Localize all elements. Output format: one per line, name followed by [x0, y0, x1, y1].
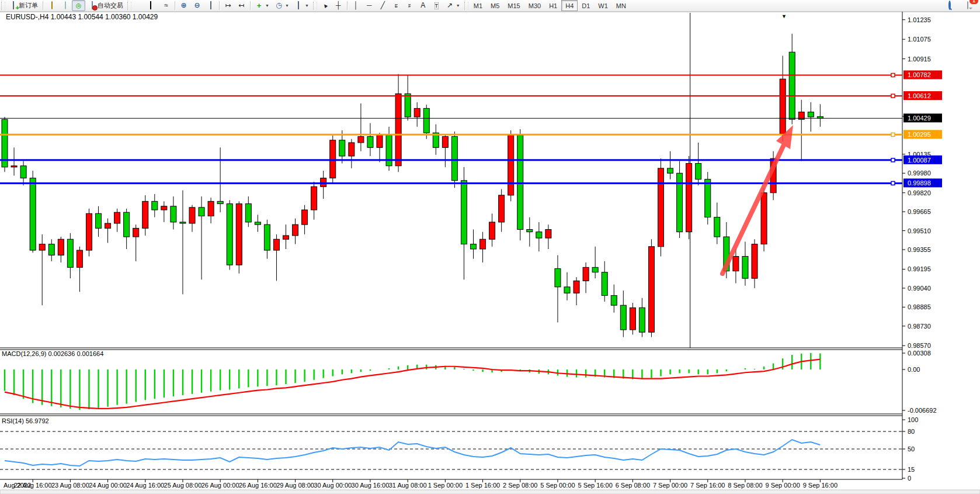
svg-text:0.00308: 0.00308 — [908, 350, 931, 357]
svg-text:0: 0 — [908, 475, 911, 482]
time-label: 23 Aug 08:00 — [51, 482, 89, 489]
svg-text:1.00915: 1.00915 — [908, 56, 931, 63]
candle — [86, 209, 92, 257]
candle — [227, 200, 232, 270]
time-label: 6 Sep 08:00 — [616, 482, 650, 489]
time-label: 31 Aug 08:00 — [389, 482, 427, 489]
svg-text:0.99665: 0.99665 — [908, 208, 931, 215]
candle — [658, 158, 664, 256]
chart-canvas[interactable]: ▼1.012351.010751.009151.004451.001350.99… — [0, 0, 980, 494]
time-label: 5 Sep 00:00 — [540, 482, 575, 489]
time-label: 24 Aug 00:00 — [89, 482, 127, 489]
svg-text:0.99355: 0.99355 — [908, 246, 931, 253]
candle — [508, 130, 514, 201]
svg-text:0.98570: 0.98570 — [908, 342, 931, 349]
time-label: 7 Sep 16:00 — [690, 482, 725, 489]
time-label: 2 Sep 08:00 — [503, 482, 537, 489]
time-label: 9 Sep 16:00 — [803, 482, 837, 489]
line-handle[interactable] — [891, 133, 895, 136]
time-label: 30 Aug 00:00 — [314, 482, 352, 489]
line-handle[interactable] — [891, 181, 895, 185]
svg-text:15: 15 — [908, 466, 915, 473]
svg-text:0.98730: 0.98730 — [908, 323, 931, 330]
price-badge-1.00429: 1.00429 — [903, 113, 942, 122]
rsi-label: RSI(14) 56.9792 — [2, 417, 49, 424]
price-badge-1.00782: 1.00782 — [903, 70, 942, 79]
candle — [686, 156, 692, 239]
time-label: 5 Sep 16:00 — [578, 482, 612, 489]
time-label: 22 Aug 16:00 — [14, 482, 52, 489]
svg-text:1.00612: 1.00612 — [908, 92, 931, 99]
price-badge-1.00612: 1.00612 — [903, 91, 942, 100]
line-handle[interactable] — [891, 94, 895, 98]
svg-text:50: 50 — [908, 445, 915, 452]
price-badge-0.99898: 0.99898 — [903, 178, 942, 187]
time-label: 29 Aug 08:00 — [276, 482, 314, 489]
svg-text:0.99820: 0.99820 — [908, 189, 931, 196]
mt4-window: { "toolbar": { "new_order_label": "新订单",… — [0, 0, 980, 494]
candle — [705, 172, 711, 224]
candle — [648, 239, 654, 337]
svg-text:0.99040: 0.99040 — [908, 285, 931, 292]
svg-text:0.99980: 0.99980 — [908, 170, 931, 177]
time-label: 7 Sep 00:00 — [653, 482, 687, 489]
chart-shift-marker[interactable]: ▼ — [781, 13, 787, 19]
price-badge-1.00295: 1.00295 — [903, 130, 942, 139]
candle — [761, 188, 767, 251]
line-handle[interactable] — [891, 73, 895, 77]
time-label: 26 Aug 00:00 — [201, 482, 239, 489]
candle — [630, 303, 635, 334]
time-label: 24 Aug 16:00 — [126, 482, 164, 489]
time-label: 9 Sep 00:00 — [765, 482, 800, 489]
time-label: 8 Sep 08:00 — [728, 482, 762, 489]
svg-text:1.00429: 1.00429 — [908, 115, 931, 122]
macd-label: MACD(12,26,9) 0.002636 0.001664 — [2, 350, 103, 357]
time-label: 1 Sep 00:00 — [428, 482, 463, 489]
line-handle[interactable] — [891, 158, 895, 162]
svg-text:0.00: 0.00 — [908, 366, 920, 373]
candle — [517, 129, 523, 240]
svg-text:1.01075: 1.01075 — [908, 36, 931, 43]
svg-text:1.00087: 1.00087 — [908, 157, 931, 164]
candle — [2, 117, 8, 172]
time-label: 25 Aug 08:00 — [164, 482, 202, 489]
svg-text:100: 100 — [908, 416, 918, 423]
time-label: 30 Aug 16:00 — [352, 482, 390, 489]
svg-text:1.00295: 1.00295 — [908, 131, 931, 138]
svg-text:80: 80 — [908, 428, 915, 435]
svg-text:0.99898: 0.99898 — [908, 179, 931, 186]
svg-text:-0.006692: -0.006692 — [908, 407, 937, 414]
candle — [236, 201, 242, 273]
svg-text:1.00782: 1.00782 — [908, 71, 931, 78]
svg-text:0.99195: 0.99195 — [908, 265, 931, 272]
svg-text:0.98885: 0.98885 — [908, 303, 931, 310]
svg-text:0.99510: 0.99510 — [908, 227, 931, 234]
chart-title: EURUSD-,H4 1.00443 1.00544 1.00360 1.004… — [6, 13, 158, 21]
svg-text:1.01235: 1.01235 — [908, 16, 931, 23]
time-label: 1 Sep 16:00 — [465, 482, 500, 489]
price-badge-1.00087: 1.00087 — [903, 156, 942, 164]
time-label: 26 Aug 16:00 — [239, 482, 277, 489]
